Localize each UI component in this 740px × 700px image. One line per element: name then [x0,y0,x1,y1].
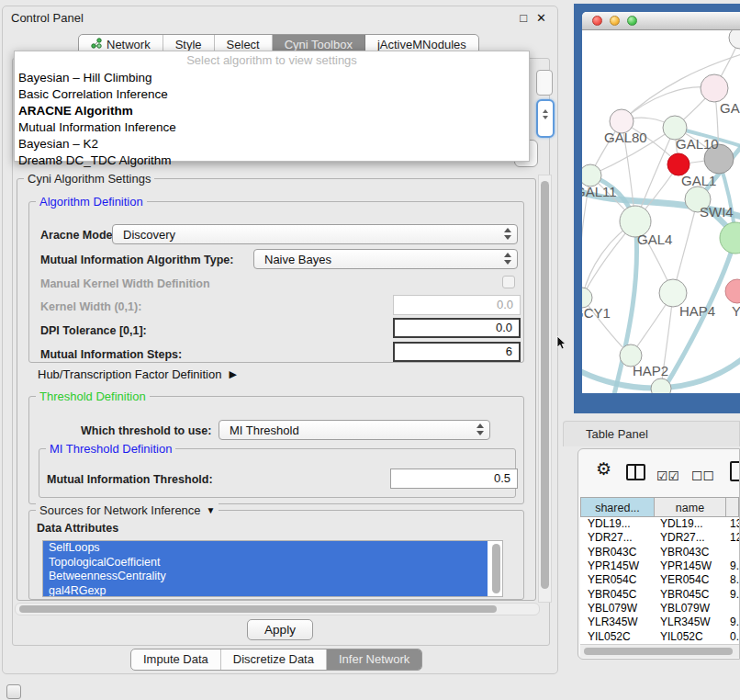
table-cell: YBL079W [580,602,655,615]
which-threshold-label: Which threshold to use: [81,424,211,437]
group-title: Threshold Definition [36,390,150,403]
table-cell: YDL19... [580,517,655,531]
table-cell: YDR27... [655,531,726,545]
group-title: MI Threshold Definition [46,442,175,456]
checked-pair-icon[interactable]: ☑☑ [656,465,679,487]
table-row[interactable]: YIL052CYIL052C0. [580,630,739,644]
node-label-gal1: GAL1 [681,173,716,188]
data-attributes-list[interactable]: SelfLoopsTopologicalCoefficientBetweenne… [42,540,503,597]
table-cell: 9. [726,559,739,573]
hub-definition-row[interactable]: Hub/Transcription Factor Definition ▶ [38,367,237,381]
mi-threshold-group: MI Threshold Definition Mutual Informati… [39,448,516,498]
combo-value: MI Threshold [230,421,299,441]
scrollbar-thumb[interactable] [19,605,497,613]
sources-legend[interactable]: Sources for Network Inference ▼ [36,503,219,517]
table-row[interactable]: YPR145WYPR145W9. [580,559,739,573]
aracne-mode-combo[interactable]: Discovery [112,224,518,244]
network-node-y[interactable] [725,279,740,303]
expand-arrow-icon[interactable]: ▶ [229,368,236,380]
split-table-icon[interactable] [626,464,645,480]
horizontal-scrollbar[interactable] [15,603,540,615]
table-cell: 12 [726,531,739,545]
float-panel-icon[interactable]: □ [520,11,527,25]
mi-threshold-field[interactable]: 0.5 [390,469,518,489]
attribute-item-betweennesscentrality[interactable]: BetweennessCentrality [43,570,488,584]
node-label-gal10: GAL10 [676,136,719,152]
attribute-item-selfloops[interactable]: SelfLoops [43,541,488,556]
group-title: Algorithm Definition [36,195,147,209]
popup-item-list: Bayesian – Hill ClimbingBasic Correlatio… [15,70,529,169]
table-body: YDL19...YDL19...13YDR27...YDR27...12YBR0… [580,517,739,644]
table-cell: YDR27... [580,531,655,545]
network-window-titlebar[interactable] [582,12,740,30]
table-cell: YBR045C [580,588,655,602]
zoom-window-button[interactable] [627,16,637,26]
algorithm-option-mutual-information-inference[interactable]: Mutual Information Inference [15,119,529,136]
scrollbar-thumb[interactable] [492,544,500,593]
algorithm-option-bayesian-k2[interactable]: Bayesian – K2 [15,136,529,152]
column-header-name[interactable]: name [655,497,726,517]
scrollbar-thumb[interactable] [584,648,733,655]
table-panel-title: Table Panel [586,422,648,446]
close-window-button[interactable] [592,16,602,26]
algorithm-option-aracne-algorithm[interactable]: ARACNE Algorithm [15,103,529,119]
mi-type-combo[interactable]: Naive Bayes [253,249,518,269]
table-cell: 9. [726,615,739,629]
table-row[interactable]: YDR27...YDR27...12 [580,531,739,545]
attribute-item-topologicalcoefficient[interactable]: TopologicalCoefficient [43,556,488,570]
dpi-tolerance-label: DPI Tolerance [0,1]: [40,324,147,337]
threshold-definition-group: Threshold Definition Which threshold to … [28,396,524,504]
close-panel-icon[interactable]: ✕ [536,11,546,25]
control-panel-titlebar: Control Panel □ ✕ [3,6,557,30]
network-node-gal[interactable] [701,74,728,102]
minimize-window-button[interactable] [610,16,620,26]
sources-group: Sources for Network Inference ▼ Data Att… [28,510,524,600]
collapse-arrow-icon[interactable]: ▼ [207,505,216,515]
table-row[interactable]: YBR045CYBR045C9. [580,588,739,602]
settings-gear-icon[interactable]: ⚙ [596,458,611,480]
table-row[interactable]: YBR043CYBR043C [580,546,739,559]
network-node[interactable] [729,30,740,49]
horizontal-scrollbar[interactable] [580,644,739,658]
combo-value: Naive Bayes [264,250,331,270]
tab-discretize-data[interactable]: Discretize Data [221,649,327,670]
data-attributes-label: Data Attributes [37,522,118,535]
network-canvas[interactable]: GALGAL80GAL10GAL1GAL11SWI4GAL4GCY1HAP4YH… [582,30,740,393]
tab-impute-data[interactable]: Impute Data [131,649,221,670]
scrollbar-thumb[interactable] [541,181,549,589]
unchecked-pair-icon[interactable]: ☐☐ [691,465,714,487]
column-header-shared[interactable]: shared... [580,497,655,517]
vertical-scrollbar[interactable] [538,175,552,603]
apply-button[interactable]: Apply [247,619,313,640]
node-label-hap2: HAP2 [633,363,668,378]
focused-stepper-fragment [536,99,555,138]
algorithm-option-bayesian-hill-climbing[interactable]: Bayesian – Hill Climbing [15,70,529,86]
table-row[interactable]: YLR345WYLR345W9. [580,615,739,629]
table-row[interactable]: YBL079WYBL079W [580,602,739,615]
attribute-item-gal4rgexp[interactable]: gal4RGexp [43,584,488,598]
dpi-tolerance-field[interactable]: 0.0 [393,318,521,338]
algorithm-option-basic-correlation-inference[interactable]: Basic Correlation Inference [15,86,529,103]
document-icon[interactable] [730,461,740,481]
node-label-hap4: HAP4 [679,303,715,319]
group-title: Cyni Algorithm Settings [24,172,154,186]
algorithm-option-dream8-dc-tdc-algorithm[interactable]: Dream8 DC_TDC Algorithm [15,152,529,169]
table-cell: YPR145W [655,559,726,573]
table-cell: YBR043C [580,546,655,559]
algorithm-selection-popup: Select algorithm to view settings Bayesi… [14,51,530,162]
mini-panel-button[interactable] [6,684,21,699]
table-row[interactable]: YER054CYER054C8. [580,573,739,587]
kernel-width-field[interactable]: 0.0 [393,295,521,315]
network-node[interactable] [720,222,740,254]
node-label-gcy1: GCY1 [582,305,611,321]
tab-infer-network[interactable]: Infer Network [327,649,421,670]
table-row[interactable]: YDL19...YDL19...13 [580,517,739,531]
which-threshold-combo[interactable]: MI Threshold [219,420,490,440]
table-header-row: shared...name [580,497,739,517]
hub-definition-label: Hub/Transcription Factor Definition [38,367,221,381]
table-cell: YBR045C [655,588,726,602]
manual-kernel-checkbox[interactable] [502,276,515,288]
mi-steps-field[interactable]: 6 [393,342,521,362]
network-window: GALGAL80GAL10GAL1GAL11SWI4GAL4GCY1HAP4YH… [582,12,740,393]
column-header-extra[interactable] [726,497,739,517]
